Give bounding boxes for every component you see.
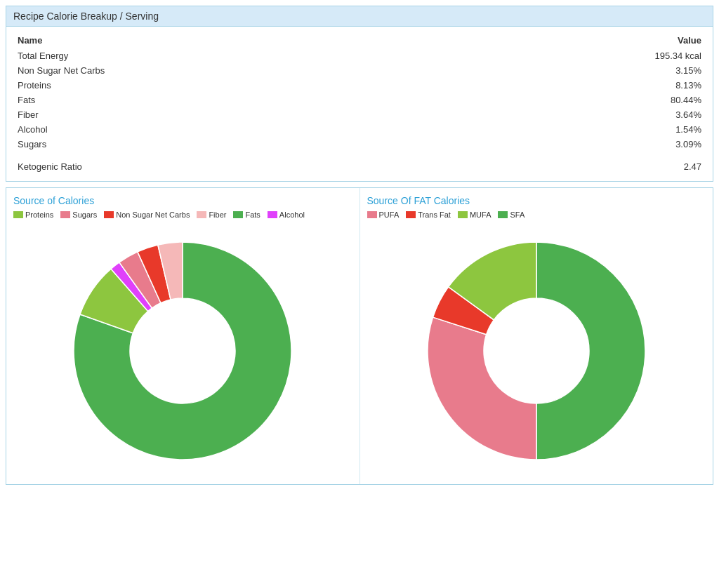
legend-item: Fats — [233, 211, 260, 219]
bottom-section: Source of Calories ProteinsSugarsNon Sug… — [6, 187, 713, 485]
legend-item: Alcohol — [268, 211, 305, 219]
chart2-panel: Source Of FAT Calories PUFATrans FatMUFA… — [360, 188, 713, 484]
legend-item: MUFA — [458, 211, 492, 219]
legend-label: Sugars — [72, 211, 97, 219]
legend-color-swatch — [268, 211, 277, 218]
table-row: Fiber3.64% — [13, 107, 706, 122]
legend-label: Fats — [245, 211, 260, 219]
row-name: Fats — [13, 93, 453, 107]
charts-container: Source of Calories ProteinsSugarsNon Sug… — [6, 188, 713, 484]
table-row: Sugars3.09% — [13, 137, 706, 152]
donut-segment — [536, 242, 645, 460]
legend-color-swatch — [406, 211, 416, 218]
row-name: Proteins — [13, 78, 453, 93]
legend-color-swatch — [13, 211, 23, 218]
legend-item: Proteins — [13, 211, 53, 219]
ketogenic-value: 2.47 — [453, 152, 706, 174]
legend-label: Proteins — [25, 211, 53, 219]
legend-item: Fiber — [197, 211, 226, 219]
chart2-donut-wrapper — [367, 225, 706, 477]
legend-label: PUFA — [379, 211, 400, 219]
legend-label: Non Sugar Net Carbs — [116, 211, 190, 219]
chart1-legend: ProteinsSugarsNon Sugar Net CarbsFiberFa… — [13, 211, 352, 219]
table-row: Proteins8.13% — [13, 78, 706, 93]
row-value: 3.09% — [453, 137, 706, 152]
donut-segment — [428, 317, 536, 460]
legend-item: Sugars — [60, 211, 97, 219]
ketogenic-row: Ketogenic Ratio2.47 — [13, 152, 706, 174]
legend-color-swatch — [197, 211, 206, 218]
row-name: Alcohol — [13, 122, 453, 137]
ketogenic-label: Ketogenic Ratio — [13, 152, 453, 174]
table-row: Non Sugar Net Carbs3.15% — [13, 63, 706, 78]
page-title: Recipe Calorie Breakup / Serving — [13, 11, 159, 22]
row-value: 8.13% — [453, 78, 706, 93]
legend-item: SFA — [498, 211, 525, 219]
row-value: 3.15% — [453, 63, 706, 78]
chart1-panel: Source of Calories ProteinsSugarsNon Sug… — [6, 188, 360, 484]
chart2-title: Source Of FAT Calories — [367, 195, 706, 206]
col-name-header: Name — [13, 32, 453, 48]
row-name: Non Sugar Net Carbs — [13, 63, 453, 78]
legend-color-swatch — [104, 211, 114, 218]
legend-item: Non Sugar Net Carbs — [104, 211, 190, 219]
legend-item: PUFA — [367, 211, 400, 219]
row-value: 80.44% — [453, 93, 706, 107]
row-name: Sugars — [13, 137, 453, 152]
chart2-legend: PUFATrans FatMUFASFA — [367, 211, 706, 219]
legend-color-swatch — [233, 211, 243, 218]
legend-color-swatch — [458, 211, 468, 218]
legend-color-swatch — [498, 211, 508, 218]
top-header: Recipe Calorie Breakup / Serving — [6, 6, 713, 27]
legend-color-swatch — [367, 211, 377, 218]
table-row: Alcohol1.54% — [13, 122, 706, 137]
legend-label: Alcohol — [279, 211, 305, 219]
legend-label: Fiber — [209, 211, 226, 219]
top-section: Recipe Calorie Breakup / Serving Name Va… — [6, 6, 713, 182]
table-row: Fats80.44% — [13, 93, 706, 107]
chart1-donut-wrapper — [13, 225, 352, 477]
legend-item: Trans Fat — [406, 211, 451, 219]
chart1-title: Source of Calories — [13, 195, 352, 206]
row-value: 1.54% — [453, 122, 706, 137]
legend-label: MUFA — [470, 211, 492, 219]
row-name: Total Energy — [13, 48, 453, 63]
table-row: Total Energy195.34 kcal — [13, 48, 706, 63]
legend-label: Trans Fat — [418, 211, 451, 219]
table-section: Name Value Total Energy195.34 kcalNon Su… — [6, 27, 713, 181]
calorie-table: Name Value Total Energy195.34 kcalNon Su… — [13, 32, 706, 174]
legend-color-swatch — [60, 211, 70, 218]
row-value: 195.34 kcal — [453, 48, 706, 63]
legend-label: SFA — [510, 211, 525, 219]
row-name: Fiber — [13, 107, 453, 122]
main-container: Recipe Calorie Breakup / Serving Name Va… — [0, 6, 719, 588]
row-value: 3.64% — [453, 107, 706, 122]
col-value-header: Value — [453, 32, 706, 48]
